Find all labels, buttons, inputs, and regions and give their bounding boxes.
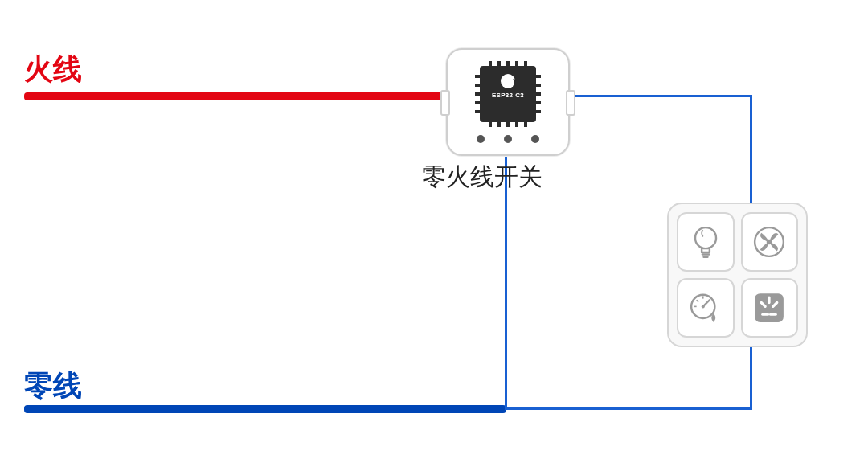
load-devices-panel	[667, 203, 808, 347]
esp32-chip-icon: ESP32-C3	[480, 66, 536, 122]
wire-right-to-neutral	[750, 346, 752, 410]
fan-icon	[748, 221, 790, 263]
switch-mount-tab-right	[566, 90, 575, 116]
smart-switch-module: ESP32-C3	[446, 48, 570, 156]
terminal-dot	[477, 135, 485, 143]
terminal-dot	[504, 135, 512, 143]
gauge-icon	[685, 287, 727, 329]
label-switch: 零火线开关	[422, 161, 542, 194]
svg-line-10	[696, 300, 698, 301]
light-bulb-icon	[685, 221, 727, 263]
label-live-wire: 火线	[24, 50, 82, 89]
load-fan	[741, 212, 799, 272]
load-light-bulb	[677, 212, 735, 272]
svg-point-0	[695, 227, 716, 248]
chip-model-label: ESP32-C3	[480, 92, 536, 99]
svg-point-7	[701, 305, 704, 308]
switch-mount-tab-left	[440, 90, 450, 116]
power-socket-icon	[748, 287, 790, 329]
switch-terminals	[448, 135, 568, 143]
label-neutral-wire: 零线	[24, 366, 82, 406]
wire-switch-to-load-h	[563, 95, 752, 97]
neutral-wire	[24, 405, 506, 413]
load-power-socket	[741, 278, 799, 338]
load-gauge-humidity	[677, 278, 735, 338]
wiring-diagram: 火线 零线 ESP32-C3 零火线开关	[0, 0, 868, 475]
wire-neutral-return-h	[505, 407, 752, 410]
live-wire	[24, 92, 458, 100]
wire-right-to-load-top	[750, 95, 752, 206]
espressif-logo-icon	[501, 74, 515, 88]
terminal-dot	[531, 135, 539, 143]
